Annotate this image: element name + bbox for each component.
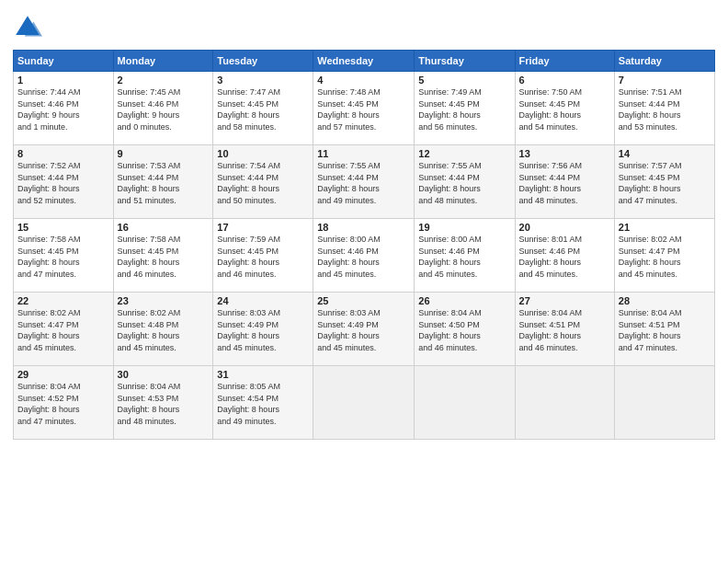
week-row-2: 8Sunrise: 7:52 AMSunset: 4:44 PMDaylight… (14, 145, 715, 219)
day-info: Sunrise: 8:05 AMSunset: 4:54 PMDaylight:… (217, 381, 309, 427)
day-number: 18 (317, 222, 410, 233)
day-info: Sunrise: 7:56 AMSunset: 4:44 PMDaylight:… (519, 160, 610, 206)
day-number: 14 (619, 148, 711, 159)
day-number: 26 (418, 295, 510, 306)
header (13, 9, 715, 42)
weekday-header-tuesday: Tuesday (213, 51, 313, 72)
day-info: Sunrise: 8:01 AMSunset: 4:46 PMDaylight:… (519, 234, 610, 280)
calendar-cell: 16Sunrise: 7:58 AMSunset: 4:45 PMDayligh… (113, 219, 213, 293)
day-number: 31 (217, 369, 309, 380)
day-info: Sunrise: 8:04 AMSunset: 4:52 PMDaylight:… (17, 381, 109, 427)
day-number: 2 (118, 75, 210, 86)
day-info: Sunrise: 8:04 AMSunset: 4:50 PMDaylight:… (418, 307, 510, 353)
calendar-cell: 19Sunrise: 8:00 AMSunset: 4:46 PMDayligh… (415, 219, 515, 293)
calendar-body: 1Sunrise: 7:44 AMSunset: 4:46 PMDaylight… (14, 72, 715, 440)
calendar-cell: 21Sunrise: 8:02 AMSunset: 4:47 PMDayligh… (614, 219, 714, 293)
day-number: 5 (418, 75, 510, 86)
calendar-cell: 28Sunrise: 8:04 AMSunset: 4:51 PMDayligh… (614, 293, 714, 366)
calendar-cell: 27Sunrise: 8:04 AMSunset: 4:51 PMDayligh… (515, 293, 614, 366)
day-number: 16 (118, 222, 210, 233)
day-number: 7 (619, 75, 711, 86)
calendar-cell: 5Sunrise: 7:49 AMSunset: 4:45 PMDaylight… (415, 72, 515, 145)
calendar-table: SundayMondayTuesdayWednesdayThursdayFrid… (13, 50, 715, 440)
calendar-cell: 26Sunrise: 8:04 AMSunset: 4:50 PMDayligh… (415, 293, 515, 366)
day-info: Sunrise: 8:04 AMSunset: 4:51 PMDaylight:… (619, 307, 711, 353)
day-number: 27 (519, 295, 610, 306)
calendar-cell (515, 366, 614, 440)
calendar-cell: 24Sunrise: 8:03 AMSunset: 4:49 PMDayligh… (213, 293, 313, 366)
day-number: 11 (317, 148, 410, 159)
day-info: Sunrise: 7:51 AMSunset: 4:44 PMDaylight:… (619, 86, 711, 132)
calendar-cell (415, 366, 515, 440)
calendar-cell: 4Sunrise: 7:48 AMSunset: 4:45 PMDaylight… (313, 72, 415, 145)
weekday-header-wednesday: Wednesday (313, 51, 415, 72)
day-info: Sunrise: 7:55 AMSunset: 4:44 PMDaylight:… (418, 160, 510, 206)
day-info: Sunrise: 7:57 AMSunset: 4:45 PMDaylight:… (619, 160, 711, 206)
calendar-cell: 20Sunrise: 8:01 AMSunset: 4:46 PMDayligh… (515, 219, 614, 293)
day-info: Sunrise: 8:04 AMSunset: 4:51 PMDaylight:… (519, 307, 610, 353)
calendar-cell: 6Sunrise: 7:50 AMSunset: 4:45 PMDaylight… (515, 72, 614, 145)
day-info: Sunrise: 7:55 AMSunset: 4:44 PMDaylight:… (317, 160, 410, 206)
calendar-cell: 17Sunrise: 7:59 AMSunset: 4:45 PMDayligh… (213, 219, 313, 293)
calendar-cell: 25Sunrise: 8:03 AMSunset: 4:49 PMDayligh… (313, 293, 415, 366)
day-info: Sunrise: 8:04 AMSunset: 4:53 PMDaylight:… (118, 381, 210, 427)
day-number: 13 (519, 148, 610, 159)
day-info: Sunrise: 7:52 AMSunset: 4:44 PMDaylight:… (17, 160, 109, 206)
day-info: Sunrise: 8:02 AMSunset: 4:47 PMDaylight:… (17, 307, 109, 353)
calendar-cell: 8Sunrise: 7:52 AMSunset: 4:44 PMDaylight… (14, 145, 114, 219)
calendar-cell (313, 366, 415, 440)
calendar-cell: 7Sunrise: 7:51 AMSunset: 4:44 PMDaylight… (614, 72, 714, 145)
weekday-header-monday: Monday (113, 51, 213, 72)
day-info: Sunrise: 7:58 AMSunset: 4:45 PMDaylight:… (118, 234, 210, 280)
day-info: Sunrise: 8:02 AMSunset: 4:48 PMDaylight:… (118, 307, 210, 353)
weekday-header-saturday: Saturday (614, 51, 714, 72)
day-number: 19 (418, 222, 510, 233)
day-number: 25 (317, 295, 410, 306)
day-number: 15 (17, 222, 109, 233)
calendar-cell: 29Sunrise: 8:04 AMSunset: 4:52 PMDayligh… (14, 366, 114, 440)
day-number: 20 (519, 222, 610, 233)
day-info: Sunrise: 7:59 AMSunset: 4:45 PMDaylight:… (217, 234, 309, 280)
calendar-cell: 31Sunrise: 8:05 AMSunset: 4:54 PMDayligh… (213, 366, 313, 440)
weekday-header-friday: Friday (515, 51, 614, 72)
calendar-cell: 2Sunrise: 7:45 AMSunset: 4:46 PMDaylight… (113, 72, 213, 145)
day-info: Sunrise: 7:47 AMSunset: 4:45 PMDaylight:… (217, 86, 309, 132)
calendar-cell: 23Sunrise: 8:02 AMSunset: 4:48 PMDayligh… (113, 293, 213, 366)
calendar-cell: 12Sunrise: 7:55 AMSunset: 4:44 PMDayligh… (415, 145, 515, 219)
calendar-cell: 10Sunrise: 7:54 AMSunset: 4:44 PMDayligh… (213, 145, 313, 219)
day-number: 30 (118, 369, 210, 380)
day-number: 10 (217, 148, 309, 159)
day-number: 29 (17, 369, 109, 380)
day-info: Sunrise: 7:53 AMSunset: 4:44 PMDaylight:… (118, 160, 210, 206)
day-number: 6 (519, 75, 610, 86)
week-row-5: 29Sunrise: 8:04 AMSunset: 4:52 PMDayligh… (14, 366, 715, 440)
day-number: 4 (317, 75, 410, 86)
day-number: 1 (17, 75, 109, 86)
day-number: 3 (217, 75, 309, 86)
day-number: 23 (118, 295, 210, 306)
calendar-cell: 11Sunrise: 7:55 AMSunset: 4:44 PMDayligh… (313, 145, 415, 219)
day-number: 12 (418, 148, 510, 159)
day-info: Sunrise: 7:54 AMSunset: 4:44 PMDaylight:… (217, 160, 309, 206)
calendar-cell: 18Sunrise: 8:00 AMSunset: 4:46 PMDayligh… (313, 219, 415, 293)
day-number: 22 (17, 295, 109, 306)
calendar-cell: 3Sunrise: 7:47 AMSunset: 4:45 PMDaylight… (213, 72, 313, 145)
calendar-cell: 9Sunrise: 7:53 AMSunset: 4:44 PMDaylight… (113, 145, 213, 219)
week-row-3: 15Sunrise: 7:58 AMSunset: 4:45 PMDayligh… (14, 219, 715, 293)
day-number: 17 (217, 222, 309, 233)
day-number: 8 (17, 148, 109, 159)
day-info: Sunrise: 7:50 AMSunset: 4:45 PMDaylight:… (519, 86, 610, 132)
weekday-header-thursday: Thursday (415, 51, 515, 72)
weekday-header-sunday: Sunday (14, 51, 114, 72)
day-info: Sunrise: 7:48 AMSunset: 4:45 PMDaylight:… (317, 86, 410, 132)
calendar-cell (614, 366, 714, 440)
day-info: Sunrise: 8:00 AMSunset: 4:46 PMDaylight:… (317, 234, 410, 280)
week-row-4: 22Sunrise: 8:02 AMSunset: 4:47 PMDayligh… (14, 293, 715, 366)
day-info: Sunrise: 8:03 AMSunset: 4:49 PMDaylight:… (217, 307, 309, 353)
calendar-header: SundayMondayTuesdayWednesdayThursdayFrid… (14, 51, 715, 72)
main-container: SundayMondayTuesdayWednesdayThursdayFrid… (0, 0, 728, 449)
day-number: 21 (619, 222, 711, 233)
day-number: 9 (118, 148, 210, 159)
calendar-cell: 22Sunrise: 8:02 AMSunset: 4:47 PMDayligh… (14, 293, 114, 366)
calendar-cell: 14Sunrise: 7:57 AMSunset: 4:45 PMDayligh… (614, 145, 714, 219)
